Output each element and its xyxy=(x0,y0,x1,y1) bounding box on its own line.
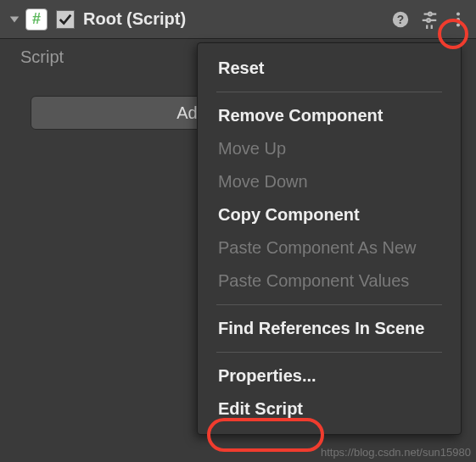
menu-separator xyxy=(216,352,442,353)
menu-item-reset[interactable]: Reset xyxy=(216,52,442,85)
menu-item-find-references[interactable]: Find References In Scene xyxy=(216,312,442,345)
svg-point-11 xyxy=(456,17,460,20)
svg-point-10 xyxy=(456,12,460,15)
component-title: Root (Script) xyxy=(83,9,391,29)
watermark-text: https://blog.csdn.net/sun15980 xyxy=(321,446,471,459)
component-context-menu: ResetRemove ComponentMove UpMove DownCop… xyxy=(197,42,462,435)
help-icon[interactable]: ? xyxy=(391,10,410,29)
preset-icon[interactable] xyxy=(420,10,439,29)
foldout-icon[interactable] xyxy=(8,14,20,25)
menu-item-paste-component-as-new: Paste Component As New xyxy=(216,231,442,264)
svg-text:?: ? xyxy=(397,13,404,25)
svg-point-12 xyxy=(456,23,460,26)
script-file-icon: # xyxy=(25,8,48,31)
menu-item-paste-component-values: Paste Component Values xyxy=(216,264,442,298)
script-field-label: Script xyxy=(20,47,64,67)
kebab-menu-icon[interactable] xyxy=(449,10,468,29)
svg-point-7 xyxy=(427,19,430,22)
menu-separator xyxy=(216,92,442,92)
menu-item-properties[interactable]: Properties... xyxy=(216,359,442,392)
menu-item-edit-script[interactable]: Edit Script xyxy=(216,392,442,426)
menu-separator xyxy=(216,304,442,305)
component-enabled-checkbox[interactable] xyxy=(56,10,75,29)
component-header: # Root (Script) ? xyxy=(0,0,476,39)
menu-item-copy-component[interactable]: Copy Component xyxy=(216,198,442,231)
menu-item-move-down: Move Down xyxy=(216,165,442,198)
menu-item-remove-component[interactable]: Remove Component xyxy=(216,99,442,132)
menu-item-move-up: Move Up xyxy=(216,132,442,165)
svg-point-4 xyxy=(428,12,432,15)
